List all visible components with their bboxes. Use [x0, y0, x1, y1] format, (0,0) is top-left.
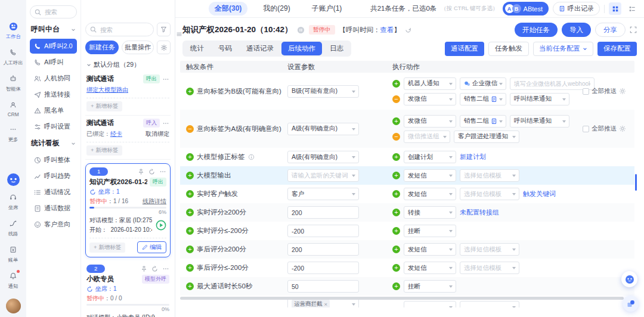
action-select[interactable]: 挂断: [404, 280, 456, 293]
action-select[interactable]: 销售二组: [460, 93, 506, 105]
save-config-button[interactable]: 保存配置: [597, 42, 637, 56]
webhook-input[interactable]: [510, 77, 595, 90]
nav-item-通话数据[interactable]: 通话数据: [30, 201, 77, 216]
filter-tag[interactable]: 运营商拦截×: [292, 300, 330, 307]
current-config-dropdown[interactable]: 当前任务配置: [533, 42, 593, 56]
abtest-button[interactable]: A B ABtest: [503, 2, 549, 15]
nav-item-呼叫整体[interactable]: 呼叫整体: [30, 153, 77, 167]
grid-view-icon[interactable]: [609, 2, 621, 15]
tab-后续动作[interactable]: 后续动作: [281, 42, 322, 55]
add-condition-icon[interactable]: +: [392, 264, 400, 272]
action-select[interactable]: 选择短信模板: [460, 188, 519, 200]
action-select[interactable]: 选择短信模板: [460, 169, 519, 182]
line-detail-link[interactable]: 线路详情: [143, 197, 166, 206]
task-search-input[interactable]: [99, 26, 149, 34]
bind-model-link[interactable]: 绑定大模型路由: [86, 86, 128, 94]
remove-condition-icon[interactable]: −: [186, 125, 194, 133]
action-select[interactable]: 发短信: [404, 188, 456, 200]
list-view-icon[interactable]: [626, 2, 638, 15]
nav-section-title[interactable]: 统计看板: [31, 138, 76, 148]
param-select[interactable]: 请输入监听的关键词: [287, 169, 359, 182]
add-condition-icon[interactable]: +: [392, 153, 400, 161]
new-plan-link[interactable]: 新建计划: [460, 153, 486, 161]
add-condition-icon[interactable]: +: [392, 117, 400, 125]
assistant-fab[interactable]: [621, 271, 637, 287]
add-condition-icon[interactable]: +: [186, 153, 194, 161]
nav-item-人机协同[interactable]: 人机协同: [30, 71, 77, 86]
tab-全部(30)[interactable]: 全部(30): [209, 2, 247, 15]
tab-我的(29)[interactable]: 我的(29): [257, 2, 296, 15]
more-icon[interactable]: [159, 168, 166, 175]
nav-item-AI呼叫[interactable]: AI呼叫: [30, 55, 77, 70]
rail-item-坐席[interactable]: 坐席: [8, 192, 18, 212]
nav-search[interactable]: [30, 5, 77, 18]
start-task-button[interactable]: 开始任务: [515, 23, 558, 37]
share-button[interactable]: 分享: [595, 23, 626, 37]
horizontal-scrollbar[interactable]: [180, 297, 624, 300]
add-condition-icon[interactable]: +: [186, 209, 194, 216]
action-select[interactable]: 转接: [404, 206, 456, 219]
add-tag-chip[interactable]: + 新增标签: [89, 243, 125, 253]
action-select[interactable]: 选择短信模板: [460, 243, 519, 256]
remove-condition-icon[interactable]: −: [392, 95, 400, 103]
action-select[interactable]: 发微信: [404, 115, 456, 128]
nav-item-黑名单[interactable]: 黑名单: [30, 103, 77, 118]
action-select[interactable]: 机器人通知: [404, 77, 456, 90]
trigger-keywords-link[interactable]: 触发关键词: [523, 189, 556, 198]
more-icon[interactable]: [162, 265, 169, 272]
add-condition-icon[interactable]: +: [186, 282, 194, 290]
call-config-button[interactable]: 通话配置: [445, 42, 484, 56]
rail-item-工作台[interactable]: 工作台: [5, 21, 21, 41]
add-condition-icon[interactable]: +: [392, 80, 400, 88]
more-icon[interactable]: [162, 120, 169, 127]
task-card[interactable]: 测试通话 呼出 绑定大模型路由 + 新增标签: [85, 72, 171, 116]
play-button[interactable]: [156, 220, 166, 231]
nav-item-推送转接[interactable]: 推送转接: [30, 87, 77, 102]
add-condition-icon[interactable]: +: [392, 227, 400, 235]
add-condition-icon[interactable]: +: [186, 227, 194, 235]
filter-button[interactable]: [157, 23, 171, 36]
nav-item-AI呼叫2.0[interactable]: AI呼叫2.0: [30, 39, 77, 54]
nav-item-通话情况[interactable]: 通话情况: [30, 185, 77, 200]
bound-model-link[interactable]: 经卡: [110, 130, 122, 138]
call-log-button[interactable]: 呼出记录: [553, 2, 600, 15]
action-select[interactable]: 发短信: [404, 262, 456, 274]
param-input[interactable]: -200: [287, 225, 359, 237]
rail-item-账单[interactable]: 账单: [8, 245, 18, 264]
refresh-icon[interactable]: [148, 169, 155, 175]
param-select[interactable]: 客户: [287, 188, 359, 200]
task-search[interactable]: [85, 23, 154, 36]
batch-ops-button[interactable]: 批量操作: [122, 41, 154, 54]
task-status-icon[interactable]: [297, 26, 305, 34]
import-button[interactable]: 导入: [562, 23, 591, 37]
param-select[interactable]: B级(可能有意向): [287, 85, 359, 98]
nav-section-title[interactable]: 呼叫中台: [31, 24, 76, 35]
settings-button[interactable]: [157, 41, 171, 54]
transfer-group-link[interactable]: 未配置转接组: [460, 208, 499, 217]
param-input[interactable]: 200: [287, 243, 359, 256]
action-select[interactable]: 创建计划: [404, 151, 456, 163]
task-card[interactable]: 测试通话 呼入 已绑定： 经卡 取消绑定 + 新增标签: [85, 116, 171, 160]
collapse-panel-icon[interactable]: [176, 31, 182, 38]
rail-item-人工呼出[interactable]: 人工呼出: [2, 48, 24, 67]
push-all-checkbox[interactable]: [583, 88, 589, 95]
action-select[interactable]: 挂断: [404, 225, 456, 237]
action-select[interactable]: 发微信: [404, 93, 456, 105]
task-card-selected[interactable]: 1 知识产权2026-01-20（10:4... 呼出 坐席：1 暂停中 ：1 …: [85, 163, 171, 257]
call-time-view-link[interactable]: 查看: [380, 26, 394, 33]
param-select[interactable]: A级(有明确意向): [287, 151, 359, 163]
new-task-button[interactable]: 新建任务: [85, 41, 119, 54]
action-select[interactable]: 呼叫结果通知: [510, 93, 569, 105]
param-input[interactable]: 50: [287, 280, 359, 293]
action-select[interactable]: 客户跟进处理通知: [454, 130, 519, 143]
nav-item-呼叫设置[interactable]: 呼叫设置: [30, 119, 77, 134]
action-select[interactable]: [460, 301, 519, 307]
add-condition-icon[interactable]: +: [186, 245, 194, 253]
add-condition-icon[interactable]: +: [392, 190, 400, 198]
nav-item-客户意向[interactable]: 客户意向: [30, 217, 77, 232]
action-select[interactable]: [404, 301, 456, 307]
widgets-fab[interactable]: [623, 296, 639, 312]
add-tag-chip[interactable]: + 新增标签: [86, 101, 122, 111]
add-condition-icon[interactable]: +: [186, 264, 194, 272]
param-input[interactable]: 200: [287, 206, 359, 219]
